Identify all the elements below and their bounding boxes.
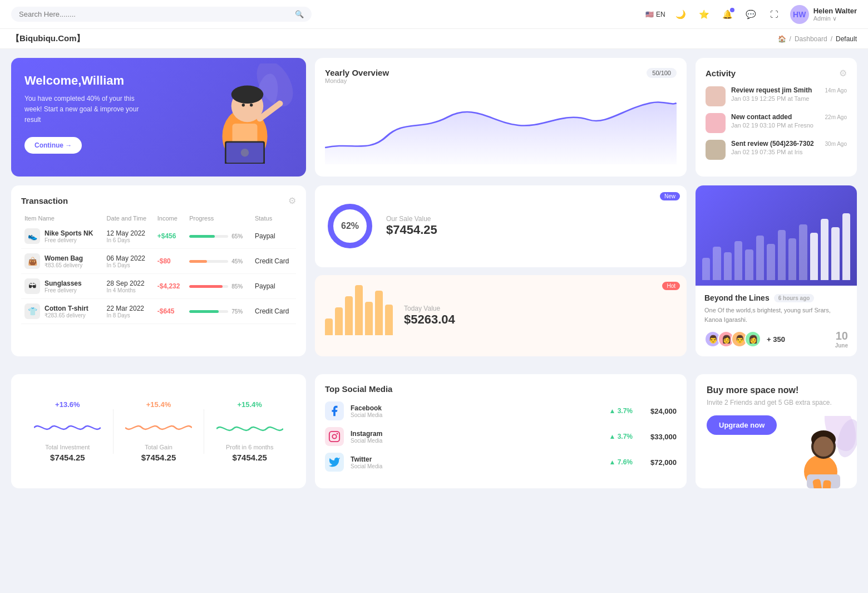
today-bar <box>335 307 343 335</box>
social-sub: Social Media <box>351 438 382 444</box>
svg-point-15 <box>332 434 336 438</box>
progress-fill <box>189 285 223 288</box>
language-label: EN <box>656 11 665 18</box>
main-grid: Welcome,William You have completed 40% o… <box>0 49 868 374</box>
progress-label: 85% <box>231 283 243 290</box>
yearly-title: Yearly Overview <box>325 68 389 77</box>
sale-sublabel: Our Sale Value <box>386 215 437 223</box>
activity-item: Sent review (504)236-7302 Jan 02 19 07:3… <box>706 140 847 160</box>
activity-item: Review request jim Smith Jan 03 19 12:25… <box>706 86 847 106</box>
svg-rect-14 <box>329 432 339 442</box>
wavy-chart <box>216 418 283 438</box>
social-growth: ▲ 3.7% <box>389 407 633 415</box>
fullscreen-icon[interactable]: ⛶ <box>767 7 782 22</box>
buy-title: Buy more space now! <box>707 385 846 395</box>
item-sub: ₹283.65 delivery <box>45 312 88 318</box>
breadcrumb-bar: 【Biqubiqu.Com】 🏠 / Dashboard / Default <box>0 29 868 49</box>
user-profile[interactable]: HW Helen Walter Admin ∨ <box>790 5 857 24</box>
item-date-sub: In 4 Months <box>107 287 151 293</box>
stat-item: +13.6% Total Investment $7454.25 <box>22 400 113 462</box>
progress-label: 65% <box>231 233 243 239</box>
item-date-sub: In 8 Days <box>107 312 151 318</box>
sale-cards: 62% Our Sale Value $7454.25 New Today Va… <box>315 185 687 356</box>
item-sub: Free delivery <box>45 237 93 243</box>
language-selector[interactable]: 🇺🇸 EN <box>645 11 665 18</box>
social-item: Instagram Social Media ▲ 3.7% $33,000 <box>325 427 677 446</box>
beyond-info: Beyond the Lines 6 hours ago One Of the … <box>696 286 857 356</box>
activity-item-title: New contact added <box>731 113 820 121</box>
continue-button[interactable]: Continue → <box>24 137 82 154</box>
beyond-bar <box>713 247 721 280</box>
home-icon[interactable]: 🏠 <box>778 35 786 43</box>
income-cell: -$4,232 <box>154 274 186 299</box>
beyond-card: Beyond the Lines 6 hours ago One Of the … <box>696 185 857 356</box>
svg-point-16 <box>337 433 338 435</box>
progress-bar <box>189 235 228 238</box>
today-bar <box>375 291 383 335</box>
user-name: Helen Walter <box>813 7 857 15</box>
stat-value: $7454.25 <box>22 453 113 462</box>
table-row: 🕶 Sunglasses Free delivery 28 Sep 2022 I… <box>21 274 296 299</box>
transaction-table: Item Name Date and Time Income Progress … <box>21 213 296 324</box>
beyond-chart <box>696 185 857 286</box>
stat-label: Profit in 6 months <box>204 444 295 450</box>
item-name: Women Bag <box>45 254 83 262</box>
activity-settings-icon[interactable]: ⚙ <box>839 68 847 79</box>
social-icon <box>325 453 344 472</box>
item-sub: Free delivery <box>45 287 82 293</box>
donut-chart: 62% <box>325 201 375 251</box>
svg-point-22 <box>813 437 834 457</box>
progress-bar <box>189 310 228 313</box>
topnav: 🔍 🇺🇸 EN 🌙 ⭐ 🔔 💬 ⛶ HW Helen Walter Admin … <box>0 0 868 29</box>
activity-item-title: Review request jim Smith <box>731 86 820 94</box>
beyond-footer: 👨 👩 👨 👩 + 350 10 June <box>704 330 848 349</box>
transaction-settings-icon[interactable]: ⚙ <box>288 195 296 206</box>
sale-badge: New <box>660 192 680 200</box>
buy-card: Buy more space now! Invite 2 Friends and… <box>696 374 857 488</box>
progress-cell: 75% <box>186 299 251 324</box>
income-cell: -$645 <box>154 299 186 324</box>
today-bar <box>325 318 333 335</box>
social-value: $33,000 <box>650 433 677 441</box>
star-icon[interactable]: ⭐ <box>697 7 712 22</box>
item-cell: 👜 Women Bag ₹83.65 delivery <box>21 249 103 274</box>
svg-point-7 <box>250 104 253 106</box>
date-cell: 22 Mar 2022 In 8 Days <box>103 299 154 324</box>
today-value: $5263.04 <box>404 312 455 327</box>
item-date-sub: In 5 Days <box>107 262 151 268</box>
upgrade-button[interactable]: Upgrade now <box>707 415 777 435</box>
activity-thumb <box>706 113 726 133</box>
beyond-bar <box>842 213 850 280</box>
today-info: Today Value $5263.04 <box>404 305 455 327</box>
breadcrumb-dashboard[interactable]: Dashboard <box>795 35 827 43</box>
user-info: Helen Walter Admin ∨ <box>813 7 857 22</box>
social-item: Facebook Social Media ▲ 3.7% $24,000 <box>325 401 677 420</box>
social-growth: ▲ 7.6% <box>389 458 633 466</box>
today-badge: Hot <box>662 282 680 290</box>
svg-point-6 <box>242 104 245 106</box>
item-sub: ₹83.65 delivery <box>45 262 83 268</box>
item-icon: 🕶 <box>24 278 40 294</box>
col-date: Date and Time <box>103 213 154 224</box>
social-item: Twitter Social Media ▲ 7.6% $72,000 <box>325 453 677 472</box>
avatar: HW <box>790 5 809 24</box>
date-cell: 06 May 2022 In 5 Days <box>103 249 154 274</box>
user-role: Admin ∨ <box>813 15 857 22</box>
item-cell: 👟 Nike Sports NK Free delivery <box>21 224 103 249</box>
progress-bar <box>189 260 228 263</box>
sale-value-card: 62% Our Sale Value $7454.25 New <box>315 185 687 267</box>
darkmode-toggle[interactable]: 🌙 <box>673 7 689 22</box>
social-icon <box>325 427 344 446</box>
beyond-ago: 6 hours ago <box>774 294 815 302</box>
notification-bell[interactable]: 🔔 <box>720 7 736 22</box>
chat-icon[interactable]: 💬 <box>743 7 759 22</box>
search-icon: 🔍 <box>295 10 304 18</box>
status-cell: Credit Card <box>251 249 296 274</box>
stat-item: +15.4% Profit in 6 months $7454.25 <box>204 400 295 462</box>
search-bar[interactable]: 🔍 <box>11 7 312 22</box>
beyond-avatars: 👨 👩 👨 👩 <box>704 331 758 347</box>
today-bar <box>345 296 353 335</box>
search-input[interactable] <box>19 10 290 18</box>
breadcrumb-current: Default <box>836 35 857 43</box>
social-sub: Social Media <box>351 412 382 418</box>
